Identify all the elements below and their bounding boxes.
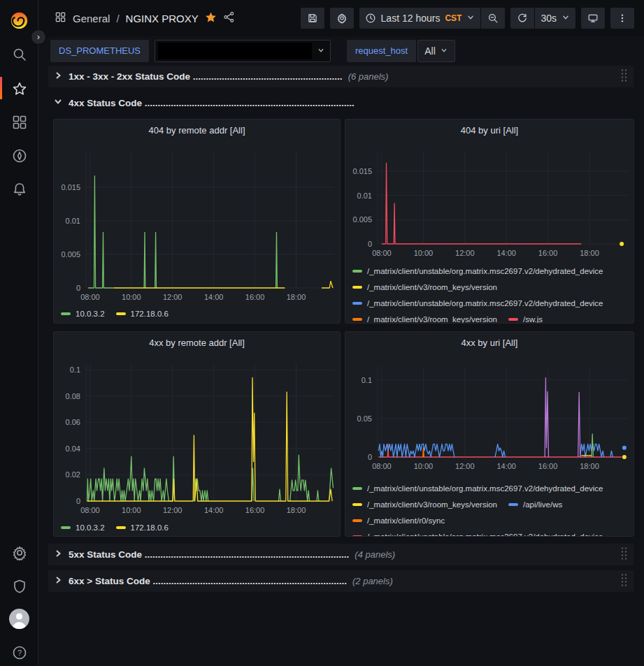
grafana-logo[interactable] — [8, 9, 30, 31]
drag-handle-icon[interactable] — [620, 546, 628, 563]
legend-swatch — [116, 526, 126, 529]
sidebar-item-dashboards[interactable] — [12, 115, 27, 130]
legend-label: /_matrix/client/unstable/org.matrix.msc2… — [367, 484, 603, 493]
svg-text:16:00: 16:00 — [538, 462, 558, 470]
panel-title[interactable]: 404 by remote addr [All] — [54, 125, 340, 136]
breadcrumb-section[interactable]: General — [73, 13, 110, 24]
legend-item[interactable]: 172.18.0.6 — [116, 310, 169, 318]
sidebar-item-settings[interactable] — [12, 545, 27, 560]
kebab-icon — [617, 13, 628, 24]
row-5xx[interactable]: 5xx Status Code ........................… — [48, 544, 634, 565]
legend-item[interactable]: 172.18.0.6 — [116, 523, 169, 532]
refresh-interval-picker[interactable]: 30s — [535, 8, 575, 29]
sidebar-active-indicator — [0, 77, 2, 99]
legend-item[interactable]: 10.0.3.2 — [61, 310, 105, 318]
svg-text:0.05: 0.05 — [357, 414, 372, 423]
sidebar-item-alerting[interactable] — [12, 182, 27, 197]
legend-item[interactable]: /_matrix/client/r0/sync — [352, 516, 445, 525]
sidebar-item-starred[interactable] — [12, 81, 27, 96]
legend-item[interactable]: /_matrix/client/v3/room_keys/version — [352, 283, 497, 291]
legend-item[interactable]: /_matrix/client/unstable/org.matrix.msc2… — [352, 484, 603, 493]
dashboard-body: 1xx - 3xx - 2xx Status Code ............… — [39, 66, 644, 592]
drag-handle-icon[interactable] — [620, 68, 628, 85]
svg-text:0.01: 0.01 — [66, 217, 80, 225]
favorite-star-icon[interactable] — [205, 11, 217, 25]
svg-text:0.1: 0.1 — [362, 376, 372, 384]
panel-chart[interactable]: 00.0050.010.01508:0010:0012:0014:0016:00… — [54, 120, 340, 323]
variable-value-request-host[interactable]: All — [417, 40, 455, 62]
sidebar-expand-button[interactable]: › — [31, 29, 46, 45]
svg-text:12:00: 12:00 — [163, 506, 183, 514]
legend-item[interactable]: /_matrix/client/v3/room_keys/version — [352, 315, 497, 324]
zoom-out-button[interactable] — [481, 8, 505, 29]
svg-text:10:00: 10:00 — [414, 249, 434, 257]
variable-label-ds-prometheus[interactable]: DS_PROMETHEUS — [50, 40, 149, 62]
legend-item[interactable]: /_matrix/client/unstable/org.matrix.msc2… — [352, 267, 603, 275]
legend-item[interactable]: /api/live/ws — [508, 500, 562, 509]
svg-text:16:00: 16:00 — [538, 249, 558, 257]
legend-swatch — [352, 519, 362, 522]
sidebar-item-admin[interactable] — [12, 579, 27, 594]
svg-text:08:00: 08:00 — [372, 462, 392, 470]
legend-label: /_matrix/client/v3/room_keys/version — [367, 315, 497, 324]
chevron-down-icon — [466, 13, 475, 24]
legend-row: /_matrix/client/unstable/org.matrix.msc2… — [352, 480, 631, 496]
legend-row: /_matrix/client/r0/sync — [352, 512, 631, 528]
sidebar-item-explore[interactable] — [12, 148, 27, 164]
panel-chart[interactable]: 00.020.040.060.080.108:0010:0012:0014:00… — [54, 332, 340, 536]
refresh-button[interactable] — [510, 8, 534, 29]
dashboard-settings-button[interactable] — [330, 8, 354, 29]
save-icon — [307, 13, 318, 24]
svg-text:0.1: 0.1 — [70, 365, 80, 374]
drag-handle-icon[interactable] — [620, 573, 628, 589]
legend-item[interactable]: /sw.js — [508, 315, 543, 324]
svg-text:16:00: 16:00 — [245, 293, 265, 301]
legend-item[interactable]: /_matrix/client/unstable/org.matrix.msc2… — [352, 533, 603, 537]
row-4xx[interactable]: 4xx Status Code ........................… — [48, 92, 634, 113]
svg-text:12:00: 12:00 — [163, 293, 183, 301]
tv-mode-button[interactable] — [581, 8, 605, 29]
help-icon: ? — [12, 645, 27, 660]
panel-title[interactable]: 404 by uri [All] — [345, 125, 634, 136]
user-avatar[interactable] — [9, 609, 29, 629]
legend-item[interactable]: /_matrix/client/unstable/org.matrix.msc2… — [352, 299, 603, 307]
time-range-picker[interactable]: Last 12 hours CST — [359, 8, 481, 29]
dashboards-grid-icon — [12, 115, 27, 130]
variables-row: DS_PROMETHEUS request_host All — [39, 36, 644, 65]
save-dashboard-button[interactable] — [301, 8, 324, 29]
legend-swatch — [116, 312, 126, 315]
sidebar-item-help[interactable]: ? — [12, 645, 27, 660]
search-icon — [12, 47, 27, 62]
toolbar: Last 12 hours CST 30s — [301, 8, 634, 29]
legend-label: /api/live/ws — [523, 500, 562, 509]
row-1xx-3xx-2xx[interactable]: 1xx - 3xx - 2xx Status Code ............… — [48, 66, 634, 87]
svg-text:0.08: 0.08 — [66, 392, 80, 400]
variable-label-request-host[interactable]: request_host — [347, 40, 416, 62]
dashboard-grid-icon[interactable] — [55, 11, 66, 25]
legend-label: /_matrix/client/unstable/org.matrix.msc2… — [367, 267, 603, 275]
panel-title[interactable]: 4xx by remote addr [All] — [54, 338, 340, 348]
chevron-right-icon — [53, 575, 63, 588]
variable-select-ds-prometheus[interactable] — [155, 40, 331, 62]
refresh-icon — [517, 13, 528, 24]
svg-text:14:00: 14:00 — [204, 506, 224, 514]
svg-text:08:00: 08:00 — [80, 293, 100, 301]
share-icon[interactable] — [223, 11, 235, 25]
legend-row: /_matrix/client/v3/room_keys/version — [352, 279, 631, 295]
svg-text:0: 0 — [76, 284, 80, 292]
legend-item[interactable]: /_matrix/client/v3/room_keys/version — [352, 500, 497, 509]
panel-legend: /_matrix/client/unstable/org.matrix.msc2… — [352, 480, 631, 537]
redacted-value — [158, 43, 312, 59]
svg-text:12:00: 12:00 — [455, 462, 475, 470]
breadcrumb-title[interactable]: NGINX PROXY — [126, 13, 199, 24]
legend-swatch — [352, 535, 362, 537]
panel-grid: 404 by remote addr [All] 00.0050.010.015… — [53, 119, 634, 537]
sidebar-item-search[interactable] — [12, 47, 27, 62]
legend-row: 10.0.3.2172.18.0.6 — [61, 305, 337, 321]
kebab-menu-button[interactable] — [610, 8, 634, 29]
panel-4xx-by-uri: 4xx by uri [All] 00.050.108:0010:0012:00… — [345, 331, 634, 537]
row-6xx[interactable]: 6xx > Status Code ......................… — [48, 570, 634, 592]
panel-title[interactable]: 4xx by uri [All] — [345, 338, 634, 348]
legend-row: /_matrix/client/unstable/org.matrix.msc2… — [352, 295, 631, 311]
legend-item[interactable]: 10.0.3.2 — [61, 523, 105, 532]
